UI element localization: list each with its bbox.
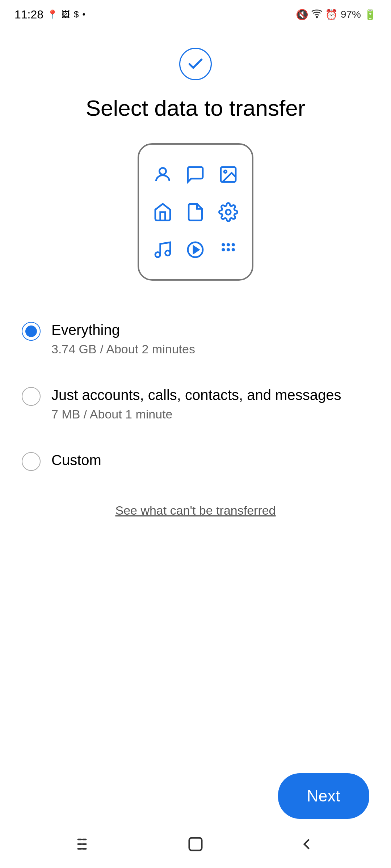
phone-illustration — [138, 143, 253, 281]
svg-point-3 — [224, 170, 227, 173]
svg-point-13 — [227, 248, 230, 251]
video-icon — [183, 234, 209, 265]
svg-point-11 — [232, 243, 235, 246]
svg-point-1 — [159, 168, 166, 174]
option-everything-text: Everything 3.74 GB / About 2 minutes — [51, 320, 195, 356]
radio-custom[interactable] — [22, 452, 41, 471]
option-custom-text: Custom — [51, 451, 101, 469]
radio-everything[interactable] — [22, 322, 41, 341]
svg-point-5 — [155, 252, 160, 257]
option-accounts-text: Just accounts, calls, contacts, and mess… — [51, 386, 341, 421]
check-circle-icon — [179, 48, 212, 80]
battery-icon: 🔋 — [364, 9, 377, 21]
location-icon: 📍 — [47, 9, 58, 20]
svg-point-0 — [316, 16, 318, 18]
settings-icon — [215, 197, 241, 227]
option-everything-label: Everything — [51, 320, 195, 339]
alarm-icon: ⏰ — [325, 9, 338, 21]
battery-text: 97% — [341, 9, 361, 20]
chat-icon — [183, 159, 209, 190]
status-left: 11:28 📍 🖼 $ • — [14, 8, 85, 21]
svg-point-4 — [226, 210, 231, 215]
bottom-section: Next — [0, 762, 391, 826]
options-list: Everything 3.74 GB / About 2 minutes Jus… — [22, 306, 369, 485]
svg-point-12 — [222, 248, 225, 251]
nav-bar — [0, 826, 391, 868]
main-content: Select data to transfer — [0, 26, 391, 640]
svg-point-10 — [227, 243, 230, 246]
status-bar: 11:28 📍 🖼 $ • 🔇 ⏰ 97% 🔋 — [0, 0, 391, 26]
radio-accounts[interactable] — [22, 387, 41, 406]
option-custom[interactable]: Custom — [22, 436, 369, 485]
person-icon — [150, 159, 176, 190]
gallery-icon: 🖼 — [62, 9, 70, 20]
apps-icon — [215, 234, 241, 265]
back-nav-icon[interactable] — [297, 835, 316, 854]
cannot-transfer-link[interactable]: See what can't be transferred — [115, 503, 276, 518]
status-right: 🔇 ⏰ 97% 🔋 — [296, 8, 377, 21]
option-accounts-label: Just accounts, calls, contacts, and mess… — [51, 386, 341, 404]
recents-nav-icon[interactable] — [75, 835, 94, 854]
radio-inner-everything — [25, 326, 37, 337]
mute-icon: 🔇 — [296, 9, 308, 21]
wifi-icon — [311, 8, 322, 21]
option-accounts[interactable]: Just accounts, calls, contacts, and mess… — [22, 371, 369, 436]
dot-icon: • — [82, 9, 85, 20]
music-icon — [150, 234, 176, 265]
dollar-icon: $ — [74, 9, 79, 20]
option-accounts-sub: 7 MB / About 1 minute — [51, 407, 341, 421]
svg-marker-8 — [194, 246, 199, 253]
option-everything-sub: 3.74 GB / About 2 minutes — [51, 342, 195, 356]
image-icon — [215, 159, 241, 190]
home-nav-icon[interactable] — [186, 835, 205, 854]
next-button[interactable]: Next — [278, 773, 369, 819]
svg-point-14 — [232, 248, 235, 251]
option-everything[interactable]: Everything 3.74 GB / About 2 minutes — [22, 306, 369, 371]
page-title: Select data to transfer — [86, 95, 306, 122]
svg-point-6 — [165, 251, 170, 256]
svg-point-9 — [222, 243, 225, 246]
document-icon — [183, 197, 209, 227]
svg-rect-21 — [189, 838, 202, 851]
option-custom-label: Custom — [51, 451, 101, 469]
home-icon — [150, 197, 176, 227]
status-time: 11:28 — [14, 8, 43, 21]
